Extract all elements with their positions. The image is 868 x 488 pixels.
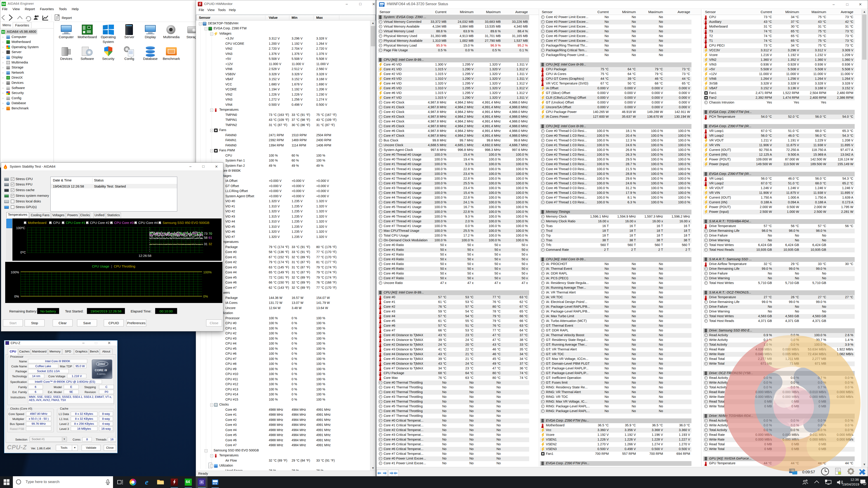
- svg-text:Report: Report: [62, 16, 72, 20]
- svg-text:0:09:57: 0:09:57: [802, 470, 815, 474]
- svg-text:1: 1: [864, 483, 865, 485]
